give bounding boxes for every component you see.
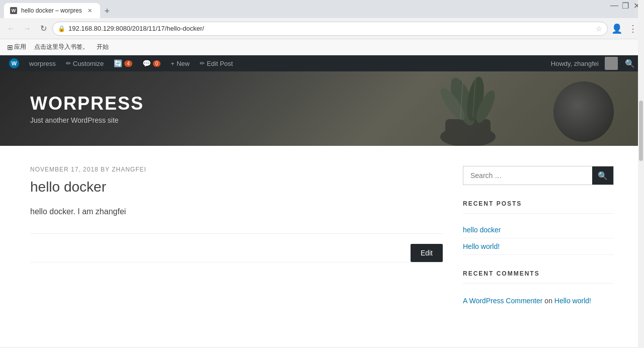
new-plus-icon: +: [171, 60, 175, 67]
post-meta: NOVEMBER 17, 2018 BY ZHANGFEI: [30, 166, 443, 173]
post-body: hello docker. I am zhangfei: [30, 205, 443, 218]
customize-icon: ✏: [66, 60, 71, 67]
search-submit-button[interactable]: 🔍: [592, 166, 613, 185]
active-tab[interactable]: W hello docker – worpres ✕: [4, 3, 100, 18]
hero-decoration: [392, 71, 543, 146]
edit-post-item[interactable]: ✏ Edit Post: [195, 55, 238, 71]
url-text: 192.168.80.129:8080/2018/11/17/hello-doc…: [68, 25, 593, 32]
minimize-button[interactable]: —: [611, 2, 618, 9]
sidebar: 🔍 RECENT POSTS hello docker Hello world!…: [463, 166, 614, 327]
customize-item[interactable]: ✏ Customize: [61, 55, 109, 71]
customize-label: Customize: [73, 60, 104, 67]
recent-posts-heading: RECENT POSTS: [463, 200, 614, 214]
howdy-text: Howdy, zhangfei: [547, 60, 603, 67]
recent-comments-heading: RECENT COMMENTS: [463, 270, 614, 284]
recent-comment-1: A WordPress Commenter on Hello world!: [463, 292, 614, 310]
new-item[interactable]: + New: [166, 55, 195, 71]
recent-posts-section: RECENT POSTS hello docker Hello world!: [463, 200, 614, 255]
new-label: New: [177, 60, 190, 67]
apps-icon: ⊞: [7, 43, 13, 51]
back-button[interactable]: ←: [4, 22, 18, 36]
tab-favicon: W: [10, 7, 17, 14]
wp-logo-icon: W: [9, 58, 19, 68]
site-hero: WORPRESS Just another WordPress site: [0, 71, 644, 146]
start-bookmark[interactable]: 开始: [94, 41, 112, 53]
wp-admin-bar: W worpress ✏ Customize 🔄 4 💬 0 + New ✏ E…: [0, 55, 644, 71]
scrollbar[interactable]: [638, 0, 644, 347]
updates-count: 4: [124, 60, 132, 67]
admin-bar-right: Howdy, zhangfei 🔍: [547, 55, 640, 71]
user-avatar[interactable]: [605, 57, 618, 70]
updates-icon: 🔄: [114, 59, 122, 67]
comment-on-text: on: [544, 297, 554, 305]
tab-bar: W hello docker – worpres ✕ +: [4, 0, 114, 18]
import-bookmark[interactable]: 点击这里导入书签。: [31, 41, 92, 53]
recent-comments-section: RECENT COMMENTS A WordPress Commenter on…: [463, 270, 614, 310]
recent-post-1[interactable]: hello docker: [463, 222, 614, 238]
apps-label: 应用: [14, 43, 26, 51]
apps-bookmark[interactable]: ⊞ 应用: [4, 41, 29, 53]
hero-sphere: [553, 81, 614, 142]
lock-icon: 🔒: [58, 25, 65, 32]
new-tab-button[interactable]: +: [100, 4, 114, 18]
updates-item[interactable]: 🔄 4: [109, 55, 137, 71]
search-icon: 🔍: [625, 59, 635, 68]
comments-item[interactable]: 💬 0: [137, 55, 166, 71]
search-input[interactable]: [463, 166, 592, 185]
browser-frame: W hello docker – worpres ✕ + — ❐ ✕ ← → ↻…: [0, 0, 644, 347]
comment-author-link[interactable]: A WordPress Commenter: [463, 297, 542, 305]
site-title: WORPRESS: [30, 93, 144, 114]
site-subtitle: Just another WordPress site: [30, 116, 144, 124]
search-submit-icon: 🔍: [598, 171, 608, 181]
site-name-label: worpress: [29, 60, 56, 67]
wp-logo-item[interactable]: W: [4, 55, 24, 71]
comments-icon: 💬: [142, 59, 151, 67]
post-title: hello docker: [30, 179, 443, 195]
browser-navbar: ← → ↻ 🔒 192.168.80.129:8080/2018/11/17/h…: [0, 18, 644, 39]
post-navigation: [30, 262, 443, 283]
browser-titlebar: W hello docker – worpres ✕ + — ❐ ✕: [0, 0, 644, 18]
scrollbar-thumb[interactable]: [639, 101, 643, 161]
hero-text-block: WORPRESS Just another WordPress site: [30, 93, 144, 124]
edit-button[interactable]: Edit: [411, 244, 443, 262]
edit-post-label: Edit Post: [207, 60, 233, 67]
window-controls: — ❐ ✕: [611, 2, 640, 9]
site-content: NOVEMBER 17, 2018 BY ZHANGFEI hello dock…: [0, 146, 644, 347]
site-name-item[interactable]: worpress: [24, 55, 61, 71]
maximize-button[interactable]: ❐: [622, 2, 629, 9]
refresh-button[interactable]: ↻: [36, 22, 50, 36]
wp-search-button[interactable]: 🔍: [620, 55, 640, 71]
bookmarks-bar: ⊞ 应用 点击这里导入书签。 开始: [0, 39, 644, 55]
main-content: NOVEMBER 17, 2018 BY ZHANGFEI hello dock…: [30, 166, 443, 327]
tab-title: hello docker – worpres: [21, 7, 82, 14]
comment-post-link[interactable]: Hello world!: [554, 297, 591, 305]
bookmark-star-icon[interactable]: ☆: [596, 25, 602, 33]
tab-close-button[interactable]: ✕: [86, 7, 94, 15]
post-footer: Edit: [30, 233, 443, 262]
profile-button[interactable]: 👤: [610, 22, 624, 36]
address-bar[interactable]: 🔒 192.168.80.129:8080/2018/11/17/hello-d…: [52, 22, 608, 36]
forward-button[interactable]: →: [20, 22, 34, 36]
edit-icon: ✏: [200, 60, 205, 67]
search-box: 🔍: [463, 166, 614, 185]
recent-post-2[interactable]: Hello world!: [463, 238, 614, 255]
comments-count: 0: [153, 60, 161, 67]
